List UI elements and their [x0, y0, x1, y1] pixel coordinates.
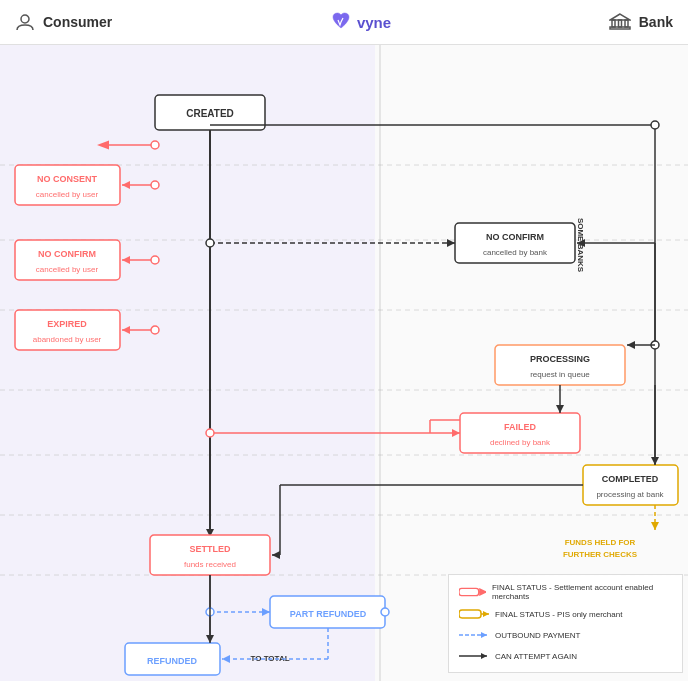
svg-point-19	[151, 141, 159, 149]
diagram-area: CREATED NO CONSENT cancelled by user NO …	[0, 45, 688, 681]
svg-rect-100	[459, 610, 481, 618]
svg-rect-32	[15, 310, 120, 350]
svg-text:SETTLED: SETTLED	[189, 544, 231, 554]
svg-text:REFUNDED: REFUNDED	[147, 656, 198, 666]
legend-red-arrow-icon	[459, 584, 486, 600]
legend-retry-text: CAN ATTEMPT AGAIN	[495, 652, 577, 661]
svg-marker-106	[481, 653, 487, 659]
logo: vyne	[330, 12, 391, 32]
svg-point-0	[21, 15, 29, 23]
logo-text: vyne	[357, 14, 391, 31]
vyne-logo-icon	[330, 12, 352, 32]
svg-marker-71	[651, 457, 659, 465]
svg-marker-56	[627, 341, 635, 349]
svg-point-61	[206, 429, 214, 437]
svg-marker-82	[272, 551, 280, 559]
legend-outbound-text: OUTBOUND PAYMENT	[495, 631, 580, 640]
legend-item-retry: CAN ATTEMPT AGAIN	[459, 648, 672, 664]
consumer-label: Consumer	[43, 14, 112, 30]
svg-rect-2	[612, 20, 615, 27]
legend: FINAL STATUS - Settlement account enable…	[448, 574, 683, 673]
legend-pis-text: FINAL STATUS - PIS only merchant	[495, 610, 622, 619]
legend-item-outbound: OUTBOUND PAYMENT	[459, 627, 672, 643]
legend-black-arrow-icon	[459, 648, 489, 664]
svg-point-25	[151, 181, 159, 189]
svg-marker-102	[483, 611, 489, 617]
svg-text:NO CONFIRM: NO CONFIRM	[38, 249, 96, 259]
bank-label: Bank	[639, 14, 673, 30]
bank-section: Bank	[609, 12, 673, 32]
svg-point-31	[151, 256, 159, 264]
svg-text:FAILED: FAILED	[504, 422, 537, 432]
svg-text:FURTHER CHECKS: FURTHER CHECKS	[563, 550, 638, 559]
svg-marker-97	[206, 635, 214, 643]
svg-text:cancelled by user: cancelled by user	[36, 265, 99, 274]
svg-point-89	[381, 608, 389, 616]
svg-text:NO CONFIRM: NO CONFIRM	[486, 232, 544, 242]
svg-rect-26	[15, 240, 120, 280]
svg-text:COMPLETED: COMPLETED	[602, 474, 659, 484]
svg-text:funds received: funds received	[184, 560, 236, 569]
svg-marker-24	[122, 181, 130, 189]
svg-point-37	[151, 326, 159, 334]
legend-item-pis: FINAL STATUS - PIS only merchant	[459, 606, 672, 622]
svg-text:abandoned by user: abandoned by user	[33, 335, 102, 344]
svg-rect-57	[460, 413, 580, 453]
header: Consumer vyne Bank	[0, 0, 688, 45]
svg-text:request in queue: request in queue	[530, 370, 590, 379]
svg-text:CREATED: CREATED	[186, 108, 234, 119]
person-icon	[15, 12, 35, 32]
svg-text:EXPIRED: EXPIRED	[47, 319, 87, 329]
svg-text:PROCESSING: PROCESSING	[530, 354, 590, 364]
svg-point-40	[651, 121, 659, 129]
svg-rect-4	[625, 20, 628, 27]
legend-yellow-arrow-icon	[459, 606, 489, 622]
svg-rect-20	[15, 165, 120, 205]
consumer-section: Consumer	[15, 12, 112, 32]
svg-text:NO CONSENT: NO CONSENT	[37, 174, 98, 184]
svg-rect-67	[583, 465, 678, 505]
svg-marker-62	[452, 429, 460, 437]
svg-rect-42	[455, 223, 575, 263]
svg-marker-95	[222, 655, 230, 663]
svg-text:processing at bank: processing at bank	[596, 490, 664, 499]
svg-text:cancelled by user: cancelled by user	[36, 190, 99, 199]
svg-marker-104	[481, 632, 487, 638]
legend-settlement-text: FINAL STATUS - Settlement account enable…	[492, 583, 672, 601]
legend-item-settlement: FINAL STATUS - Settlement account enable…	[459, 583, 672, 601]
app-container: Consumer vyne Bank	[0, 0, 688, 681]
svg-point-46	[206, 239, 214, 247]
svg-text:FUNDS HELD FOR: FUNDS HELD FOR	[565, 538, 636, 547]
svg-rect-76	[150, 535, 270, 575]
svg-marker-30	[122, 256, 130, 264]
svg-marker-36	[122, 326, 130, 334]
svg-text:PART REFUNDED: PART REFUNDED	[290, 609, 367, 619]
svg-marker-64	[556, 405, 564, 413]
svg-text:cancelled by bank: cancelled by bank	[483, 248, 548, 257]
bank-icon	[609, 12, 631, 32]
svg-rect-5	[610, 27, 630, 29]
svg-rect-50	[495, 345, 625, 385]
svg-marker-73	[651, 522, 659, 530]
svg-rect-98	[459, 588, 479, 595]
svg-marker-1	[610, 14, 630, 20]
svg-rect-3	[618, 20, 621, 27]
legend-blue-arrow-icon	[459, 627, 489, 643]
svg-text:declined by bank: declined by bank	[490, 438, 551, 447]
svg-marker-87	[262, 608, 270, 616]
